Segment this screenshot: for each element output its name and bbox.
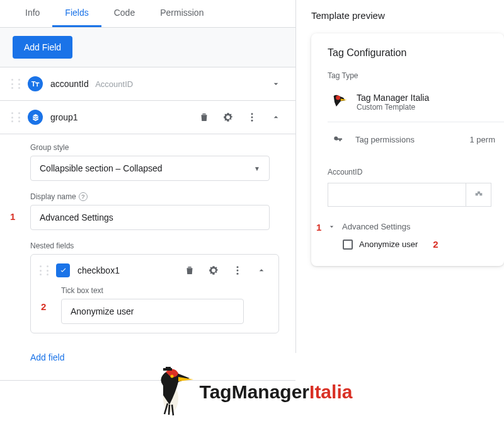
nested-card-checkbox1: checkbox1	[30, 254, 279, 333]
tag-permissions-row[interactable]: Tag permissions 1 perm	[328, 122, 504, 156]
group-style-select[interactable]: Collapsible section – Collapsed ▼	[30, 156, 270, 181]
delete-icon[interactable]	[196, 109, 212, 125]
template-logo-icon	[330, 93, 348, 111]
account-id-label: AccountID	[328, 168, 504, 176]
svg-point-0	[251, 113, 253, 115]
tab-code[interactable]: Code	[101, 0, 147, 27]
preview-card: Tag Configuration Tag Type Tag Manager I…	[311, 33, 504, 266]
chevron-down-icon[interactable]	[268, 76, 284, 92]
group-style-label: Group style	[30, 143, 284, 152]
tag-type-label: Tag Type	[328, 71, 504, 80]
preview-heading: Tag Configuration	[328, 47, 504, 59]
svg-point-2	[251, 120, 253, 122]
annotation-1: 1	[316, 222, 321, 233]
add-field-button[interactable]: Add Field	[13, 36, 72, 59]
account-id-input[interactable]	[328, 183, 466, 207]
drag-handle-icon[interactable]	[40, 265, 49, 275]
delete-icon[interactable]	[181, 262, 198, 279]
drag-handle-icon[interactable]	[11, 112, 20, 122]
dropdown-arrow-icon: ▼	[254, 165, 260, 172]
svg-rect-12	[166, 367, 171, 369]
svg-point-6	[336, 96, 340, 100]
group-icon	[28, 110, 43, 125]
more-vert-icon[interactable]	[229, 262, 246, 279]
field-row-accountId[interactable]: Tᴛ accountId AccountID	[0, 67, 295, 101]
chevron-up-icon[interactable]	[253, 262, 270, 279]
template-row[interactable]: Tag Manager Italia Custom Template	[328, 86, 504, 118]
nested-fields-label: Nested fields	[30, 241, 284, 250]
svg-point-5	[237, 273, 239, 275]
brand-text: TagManagerItalia	[200, 381, 353, 403]
svg-point-1	[251, 117, 253, 118]
svg-rect-9	[478, 192, 480, 194]
field-name: accountId	[50, 79, 89, 89]
field-row-group1[interactable]: group1	[0, 101, 295, 134]
tick-box-text-label: Tick box text	[61, 286, 270, 295]
help-icon[interactable]: ?	[79, 192, 88, 201]
tabs: Info Fields Code Permission	[0, 0, 295, 28]
checkbox-field-icon	[56, 263, 70, 277]
anonymize-row[interactable]: Anonymize user 2	[328, 239, 504, 250]
field-hint: AccountID	[95, 79, 133, 89]
template-sub: Custom Template	[357, 103, 429, 112]
svg-point-13	[170, 375, 173, 378]
text-field-icon: Tᴛ	[28, 76, 43, 91]
template-name: Tag Manager Italia	[357, 93, 429, 103]
annotation-2: 2	[41, 301, 46, 312]
chevron-up-icon[interactable]	[268, 109, 284, 125]
variable-picker-icon[interactable]	[466, 183, 491, 207]
key-icon	[330, 131, 346, 147]
preview-title: Template preview	[311, 10, 504, 21]
tab-fields[interactable]: Fields	[52, 0, 101, 27]
group-body: Group style Collapsible section – Collap…	[0, 134, 295, 381]
tab-permission[interactable]: Permission	[147, 0, 216, 27]
advanced-settings-toggle[interactable]: 1 Advanced Settings	[328, 222, 504, 231]
display-name-label: Display name ?	[30, 192, 284, 201]
annotation-2: 2	[433, 239, 438, 250]
annotation-1: 1	[10, 211, 15, 222]
drag-handle-icon[interactable]	[11, 79, 20, 89]
more-vert-icon[interactable]	[244, 109, 260, 125]
tick-box-text-input[interactable]	[61, 299, 244, 324]
permissions-count: 1 perm	[470, 135, 495, 144]
brand-logo-icon	[152, 367, 196, 417]
display-name-input[interactable]	[30, 205, 270, 230]
field-name: group1	[50, 112, 78, 122]
gear-icon[interactable]	[205, 262, 222, 279]
checkbox-icon[interactable]	[343, 240, 353, 250]
field-name: checkbox1	[77, 265, 120, 275]
tab-info[interactable]: Info	[13, 0, 52, 27]
gear-icon[interactable]	[220, 109, 236, 125]
svg-point-3	[237, 266, 239, 268]
chevron-down-icon	[328, 222, 336, 231]
svg-point-4	[237, 270, 239, 272]
